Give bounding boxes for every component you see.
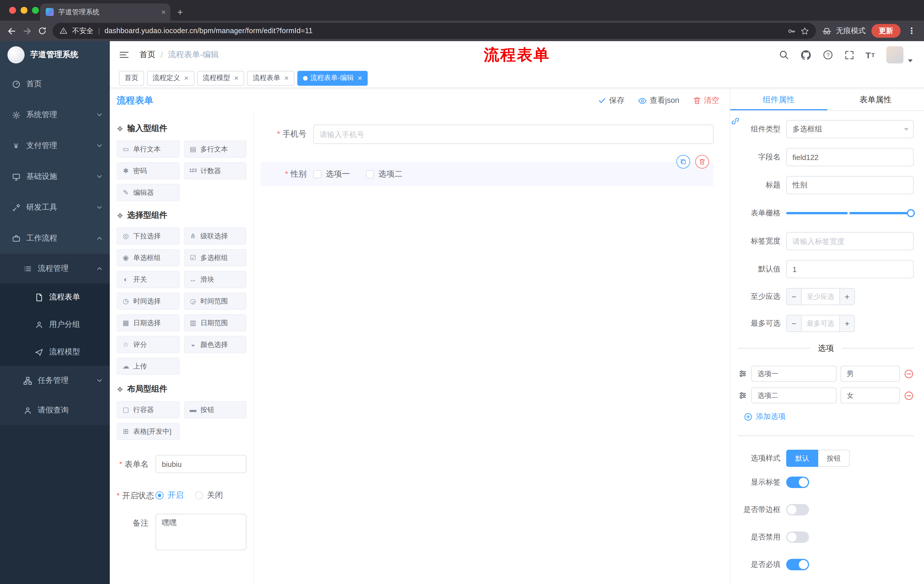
search-icon[interactable]: [779, 50, 789, 60]
back-icon[interactable]: [7, 26, 16, 36]
required-toggle[interactable]: [786, 559, 809, 570]
decrease-button[interactable]: −: [787, 289, 802, 304]
palette-item-row-container[interactable]: ▢行容器: [117, 401, 179, 418]
palette-item-date-picker[interactable]: ▦日期选择: [117, 314, 179, 331]
canvas-field-phone[interactable]: 手机号: [261, 125, 714, 144]
form-canvas[interactable]: 手机号: [254, 113, 729, 584]
show-label-toggle[interactable]: [786, 477, 809, 488]
form-remark-textarea[interactable]: 嘿嘿: [155, 514, 246, 550]
font-size-icon[interactable]: TT: [865, 50, 875, 60]
tab-close-icon[interactable]: ×: [161, 8, 166, 16]
sidebar-item-user-groups[interactable]: 用户分组: [0, 311, 110, 338]
field-name-input[interactable]: [786, 148, 914, 166]
save-button[interactable]: 保存: [598, 95, 624, 106]
palette-item-cascader[interactable]: ⋔级联选择: [184, 227, 246, 245]
max-select-value[interactable]: 最多可选: [802, 316, 839, 331]
decrease-button[interactable]: −: [787, 316, 802, 331]
sidebar-item-home[interactable]: 首页: [0, 69, 110, 99]
hamburger-icon[interactable]: [119, 50, 129, 60]
close-window-button[interactable]: [9, 7, 16, 14]
browser-tab[interactable]: 芋道管理系统 ×: [40, 3, 170, 21]
checkbox-option-2[interactable]: 选项二: [366, 169, 403, 179]
disabled-toggle[interactable]: [786, 531, 809, 543]
tag-process-model[interactable]: 流程模型×: [197, 71, 244, 86]
drag-handle-icon[interactable]: [738, 391, 747, 400]
bookmark-star-icon[interactable]: [800, 26, 809, 35]
sidebar-item-leave-query[interactable]: 请假查询: [0, 395, 110, 425]
user-avatar[interactable]: [886, 46, 903, 63]
tag-process-form[interactable]: 流程表单×: [247, 71, 294, 86]
address-bar[interactable]: 不安全 | dashboard.yudao.iocoder.cn/bpm/man…: [53, 23, 816, 39]
drag-handle-icon[interactable]: [738, 369, 747, 378]
increase-button[interactable]: +: [839, 316, 854, 331]
browser-menu-icon[interactable]: ⋮: [906, 26, 917, 36]
github-icon[interactable]: [800, 49, 811, 60]
reload-icon[interactable]: [38, 26, 47, 35]
phone-input[interactable]: [314, 125, 714, 144]
palette-item-select[interactable]: ◎下拉选择: [117, 227, 179, 245]
palette-item-multi-line[interactable]: ▤多行文本: [184, 141, 246, 158]
remove-option-icon[interactable]: [904, 369, 914, 378]
label-width-input[interactable]: [786, 232, 914, 250]
palette-item-rate[interactable]: ☆评分: [117, 336, 179, 353]
update-browser-button[interactable]: 更新: [871, 24, 901, 38]
canvas-field-gender-selected[interactable]: 性别 选项一 选项二: [261, 162, 714, 186]
form-name-input[interactable]: [155, 455, 246, 473]
palette-item-checkbox-group[interactable]: ☑多选框组: [184, 249, 246, 266]
sidebar-item-devtools[interactable]: 研发工具: [0, 192, 110, 223]
sidebar-item-process-mgmt[interactable]: 流程管理: [0, 254, 110, 283]
security-label[interactable]: 不安全: [72, 26, 94, 36]
min-select-value[interactable]: 至少应选: [802, 289, 839, 304]
url-text[interactable]: dashboard.yudao.iocoder.cn/bpm/manager/f…: [105, 27, 783, 35]
palette-item-switch[interactable]: ◐开关: [117, 271, 179, 288]
grid-slider[interactable]: [786, 204, 914, 222]
avatar-caret-icon[interactable]: [908, 59, 912, 62]
palette-item-date-range[interactable]: ▥日期范围: [184, 314, 246, 331]
view-json-button[interactable]: 查看json: [638, 95, 679, 106]
help-icon[interactable]: ?: [823, 50, 833, 60]
password-key-icon[interactable]: [787, 26, 796, 35]
tab-form-props[interactable]: 表单属性: [827, 88, 924, 110]
sidebar-item-process-model[interactable]: 流程模型: [0, 338, 110, 366]
palette-item-color-picker[interactable]: ◒颜色选择: [184, 336, 246, 353]
option-label-input[interactable]: [751, 387, 837, 403]
palette-item-table[interactable]: ⊞表格[开发中]: [117, 423, 179, 440]
tag-home[interactable]: 首页: [119, 71, 144, 86]
remove-option-icon[interactable]: [904, 391, 914, 400]
close-icon[interactable]: ×: [358, 74, 362, 82]
option-value-input[interactable]: [840, 387, 900, 403]
add-option-button[interactable]: 添加选项: [744, 411, 914, 422]
sidebar-item-process-form[interactable]: 流程表单: [0, 283, 110, 311]
palette-item-time-picker[interactable]: ◷时间选择: [117, 293, 179, 310]
new-tab-button[interactable]: +: [177, 7, 183, 17]
sidebar-item-workflow[interactable]: 工作流程: [0, 223, 110, 254]
palette-item-button[interactable]: ▬按钮: [184, 401, 246, 418]
increase-button[interactable]: +: [839, 289, 854, 304]
palette-item-radio-group[interactable]: ◉单选框组: [117, 249, 179, 266]
tag-process-form-edit[interactable]: 流程表单-编辑×: [297, 71, 368, 86]
close-icon[interactable]: ×: [184, 74, 188, 82]
sidebar-item-infra[interactable]: 基础设施: [0, 161, 110, 192]
status-off-radio[interactable]: 关闭: [195, 490, 223, 500]
tab-component-props[interactable]: 组件属性: [730, 88, 827, 110]
palette-item-password[interactable]: ✱密码: [117, 162, 179, 179]
delete-component-button[interactable]: [695, 155, 709, 169]
default-value-input[interactable]: [786, 260, 914, 278]
style-button-button[interactable]: 按钮: [818, 450, 850, 467]
sidebar-item-payment[interactable]: ¥ 支付管理: [0, 130, 110, 161]
title-input[interactable]: [786, 176, 914, 194]
palette-item-time-range[interactable]: ◶时间范围: [184, 293, 246, 310]
option-label-input[interactable]: [751, 366, 837, 382]
with-border-toggle[interactable]: [786, 504, 809, 515]
slider-track[interactable]: [786, 212, 914, 214]
sidebar-item-task-mgmt[interactable]: 任务管理: [0, 366, 110, 395]
forward-icon[interactable]: [22, 26, 32, 36]
close-icon[interactable]: ×: [284, 74, 289, 82]
palette-item-counter[interactable]: 123计数器: [184, 162, 246, 179]
tag-process-definition[interactable]: 流程定义×: [147, 71, 194, 86]
palette-item-upload[interactable]: ☁上传: [117, 358, 179, 375]
copy-component-button[interactable]: [676, 155, 690, 169]
slider-handle[interactable]: [907, 209, 915, 217]
component-type-select[interactable]: [786, 120, 914, 138]
palette-item-editor[interactable]: ✎编辑器: [117, 184, 179, 201]
